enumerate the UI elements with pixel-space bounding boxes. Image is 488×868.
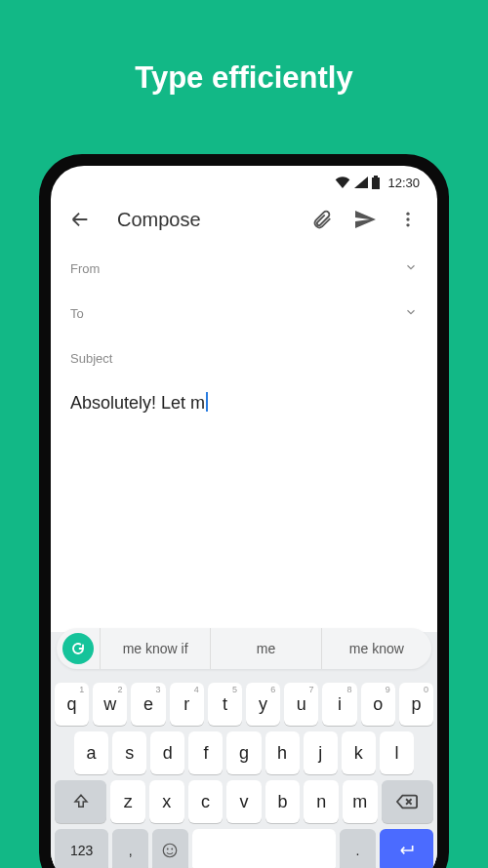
chevron-down-icon bbox=[404, 305, 418, 322]
key-d[interactable]: d bbox=[150, 731, 184, 774]
back-button[interactable] bbox=[62, 202, 98, 237]
key-o[interactable]: o9 bbox=[361, 683, 395, 726]
suggestion-2[interactable]: me bbox=[210, 628, 320, 669]
svg-point-2 bbox=[406, 213, 409, 216]
subject-field[interactable]: Subject bbox=[70, 335, 418, 380]
keyboard-row-1: q1w2e3r4t5y6u7i8o9p0 bbox=[55, 683, 433, 726]
chevron-down-icon bbox=[404, 260, 418, 277]
key-h[interactable]: h bbox=[265, 731, 300, 774]
key-x[interactable]: x bbox=[149, 780, 184, 823]
key-p[interactable]: p0 bbox=[399, 683, 433, 726]
emoji-key[interactable] bbox=[152, 829, 188, 868]
app-bar: Compose bbox=[51, 193, 437, 246]
suggestion-1[interactable]: me know if bbox=[100, 628, 210, 669]
key-u[interactable]: u7 bbox=[284, 683, 318, 726]
attach-button[interactable] bbox=[305, 202, 340, 237]
key-m[interactable]: m bbox=[343, 780, 378, 823]
signal-icon bbox=[354, 177, 368, 188]
svg-point-6 bbox=[164, 844, 178, 857]
svg-rect-1 bbox=[374, 176, 378, 178]
phone-screen: 12:30 Compose From bbox=[51, 166, 437, 868]
appbar-title: Compose bbox=[117, 209, 201, 231]
key-r[interactable]: r4 bbox=[170, 683, 204, 726]
wifi-icon bbox=[335, 177, 350, 188]
from-field[interactable]: From bbox=[70, 246, 418, 291]
keyboard-area: me know if me me know q1w2e3r4t5y6u7i8o9… bbox=[51, 632, 437, 868]
status-time: 12:30 bbox=[387, 176, 420, 190]
key-n[interactable]: n bbox=[304, 780, 339, 823]
text-caret bbox=[206, 392, 208, 412]
page-headline: Type efficiently bbox=[0, 0, 488, 96]
svg-point-7 bbox=[167, 848, 169, 850]
from-label: From bbox=[70, 261, 100, 276]
to-field[interactable]: To bbox=[70, 291, 418, 335]
keyboard-row-4: 123 , . bbox=[55, 829, 433, 868]
key-j[interactable]: j bbox=[304, 731, 338, 774]
overflow-menu-button[interactable] bbox=[390, 202, 426, 237]
space-key[interactable] bbox=[192, 829, 336, 868]
shift-key[interactable] bbox=[55, 780, 106, 823]
keyboard: q1w2e3r4t5y6u7i8o9p0 asdfghjkl zxcvbnm 1… bbox=[51, 679, 437, 868]
enter-key[interactable] bbox=[380, 829, 433, 868]
key-l[interactable]: l bbox=[380, 731, 414, 774]
key-q[interactable]: q1 bbox=[55, 683, 89, 726]
key-e[interactable]: e3 bbox=[131, 683, 165, 726]
svg-point-8 bbox=[172, 848, 174, 850]
key-c[interactable]: c bbox=[188, 780, 224, 823]
keyboard-row-3: zxcvbnm bbox=[55, 780, 433, 823]
key-s[interactable]: s bbox=[112, 731, 146, 774]
suggestion-3[interactable]: me know bbox=[321, 628, 431, 669]
backspace-key[interactable] bbox=[382, 780, 433, 823]
status-bar: 12:30 bbox=[51, 166, 437, 193]
email-body-input[interactable]: Absolutely! Let m bbox=[51, 380, 437, 425]
key-t[interactable]: t5 bbox=[208, 683, 242, 726]
key-i[interactable]: i8 bbox=[322, 683, 356, 726]
period-key[interactable]: . bbox=[340, 829, 376, 868]
key-v[interactable]: v bbox=[226, 780, 262, 823]
email-header-fields: From To Subject bbox=[51, 246, 437, 380]
body-text-content: Absolutely! Let m bbox=[70, 393, 205, 413]
subject-label: Subject bbox=[70, 351, 112, 366]
keyboard-row-2: asdfghjkl bbox=[55, 731, 433, 774]
key-k[interactable]: k bbox=[342, 731, 376, 774]
battery-icon bbox=[372, 176, 380, 189]
comma-key[interactable]: , bbox=[112, 829, 148, 868]
symbols-key[interactable]: 123 bbox=[55, 829, 108, 868]
key-y[interactable]: y6 bbox=[246, 683, 280, 726]
svg-rect-0 bbox=[372, 178, 380, 189]
key-g[interactable]: g bbox=[226, 731, 261, 774]
key-f[interactable]: f bbox=[188, 731, 223, 774]
grammarly-icon[interactable] bbox=[62, 633, 94, 664]
to-label: To bbox=[70, 306, 84, 321]
key-b[interactable]: b bbox=[265, 780, 301, 823]
key-w[interactable]: w2 bbox=[93, 683, 127, 726]
phone-frame: 12:30 Compose From bbox=[39, 154, 449, 868]
key-z[interactable]: z bbox=[110, 780, 145, 823]
svg-point-4 bbox=[406, 223, 409, 226]
send-button[interactable] bbox=[347, 202, 383, 237]
suggestion-bar: me know if me me know bbox=[57, 628, 431, 669]
svg-point-3 bbox=[406, 217, 409, 220]
key-a[interactable]: a bbox=[74, 731, 108, 774]
